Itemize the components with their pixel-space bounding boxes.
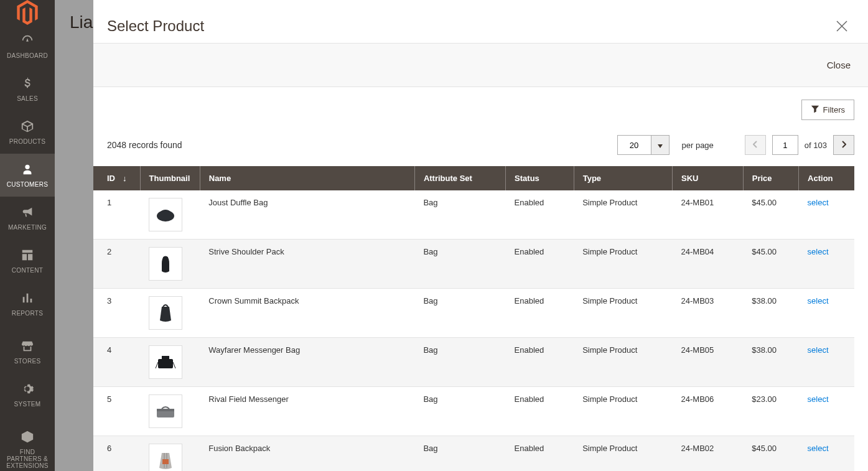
select-product-modal: Select Product Close Filters 2048 record…	[93, 0, 868, 45]
modal-toolbar: Close	[93, 43, 868, 45]
modal-header: Select Product	[93, 0, 868, 43]
dashboard-icon	[21, 34, 34, 45]
modal-close-icon[interactable]	[833, 17, 851, 37]
sidebar-item-dashboard[interactable]: Dashboard	[0, 25, 55, 45]
admin-sidebar: Dashboard Sales Products Customers Marke…	[0, 0, 55, 45]
modal-title: Select Product	[107, 17, 204, 35]
magento-logo[interactable]	[0, 0, 55, 25]
